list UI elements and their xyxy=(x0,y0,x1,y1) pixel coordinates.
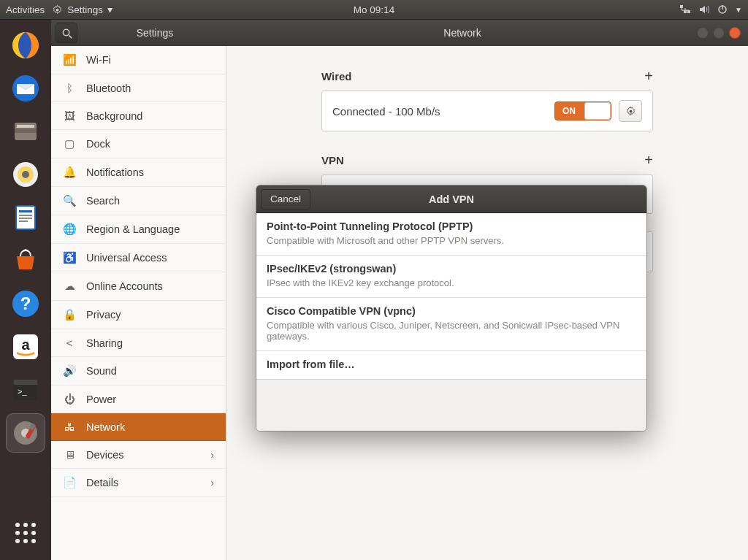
gear-icon xyxy=(52,4,63,15)
svg-rect-10 xyxy=(17,125,34,128)
launcher-writer[interactable] xyxy=(6,198,45,237)
svg-rect-25 xyxy=(14,380,37,385)
svg-rect-1 xyxy=(680,5,683,8)
launcher-dock: ? a >_ xyxy=(0,20,51,560)
vpn-option-import[interactable]: Import from file… xyxy=(256,351,646,380)
launcher-terminal[interactable]: >_ xyxy=(6,370,45,410)
volume-indicator-icon[interactable] xyxy=(698,4,710,15)
dialog-title: Add VPN xyxy=(429,193,474,205)
svg-rect-17 xyxy=(19,215,32,216)
power-indicator-icon[interactable] xyxy=(717,4,728,15)
clock[interactable]: Mo 09:14 xyxy=(354,4,394,15)
dialog-padding xyxy=(256,380,646,431)
svg-rect-2 xyxy=(684,10,687,13)
launcher-software[interactable] xyxy=(6,241,45,280)
launcher-rhythmbox[interactable] xyxy=(6,155,45,194)
option-title: Point-to-Point Tunneling Protocol (PPTP) xyxy=(267,220,636,232)
svg-rect-3 xyxy=(687,10,690,13)
option-desc: Compatible with Microsoft and other PPTP… xyxy=(267,235,636,246)
svg-point-0 xyxy=(56,8,59,11)
svg-point-13 xyxy=(22,171,29,178)
top-bar: Activities Settings ▾ Mo 09:14 ▼ xyxy=(0,0,748,20)
launcher-firefox[interactable] xyxy=(6,26,45,65)
show-applications[interactable] xyxy=(6,513,45,553)
vpn-option-1[interactable]: IPsec/IKEv2 (strongswan)IPsec with the I… xyxy=(256,256,646,298)
appmenu-label: Settings xyxy=(67,4,103,15)
network-indicator-icon[interactable] xyxy=(679,4,691,15)
svg-rect-9 xyxy=(15,129,37,133)
activities-button[interactable]: Activities xyxy=(6,4,45,15)
svg-rect-18 xyxy=(19,218,32,219)
svg-rect-19 xyxy=(19,220,28,222)
option-title: Import from file… xyxy=(267,358,636,370)
launcher-settings[interactable] xyxy=(6,413,45,453)
launcher-files[interactable] xyxy=(6,112,45,151)
vpn-option-2[interactable]: Cisco Compatible VPN (vpnc)Compatible wi… xyxy=(256,298,646,351)
chevron-down-icon: ▾ xyxy=(107,4,112,15)
launcher-thunderbird[interactable] xyxy=(6,69,45,108)
svg-rect-16 xyxy=(19,210,32,212)
add-vpn-dialog: Cancel Add VPN Point-to-Point Tunneling … xyxy=(256,185,647,431)
dialog-header: Cancel Add VPN xyxy=(256,185,646,213)
vpn-option-0[interactable]: Point-to-Point Tunneling Protocol (PPTP)… xyxy=(256,213,646,256)
cancel-button[interactable]: Cancel xyxy=(261,189,310,210)
svg-text:?: ? xyxy=(20,294,31,313)
option-desc: Compatible with various Cisco, Juniper, … xyxy=(267,320,636,342)
svg-text:a: a xyxy=(21,337,30,353)
svg-text:>_: >_ xyxy=(18,387,27,396)
option-desc: IPsec with the IKEv2 key exchange protoc… xyxy=(267,277,636,288)
option-title: IPsec/IKEv2 (strongswan) xyxy=(267,263,636,275)
launcher-amazon[interactable]: a xyxy=(6,327,45,367)
launcher-help[interactable]: ? xyxy=(6,284,45,323)
appmenu[interactable]: Settings ▾ xyxy=(52,4,112,15)
modal-overlay: Cancel Add VPN Point-to-Point Tunneling … xyxy=(51,20,748,560)
chevron-down-icon[interactable]: ▼ xyxy=(735,6,742,14)
option-title: Cisco Compatible VPN (vpnc) xyxy=(267,305,636,317)
